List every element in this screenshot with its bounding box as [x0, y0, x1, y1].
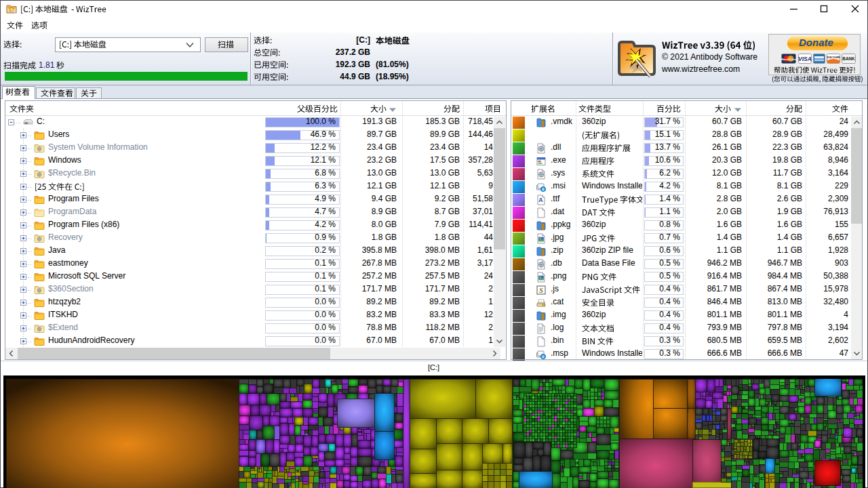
- svg-text:VISA: VISA: [798, 56, 812, 62]
- svg-text:MasterCard: MasterCard: [781, 58, 797, 61]
- svg-text:BANK: BANK: [842, 56, 855, 61]
- svg-text:DISCOVER: DISCOVER: [827, 56, 840, 59]
- svg-text:S: S: [539, 287, 543, 294]
